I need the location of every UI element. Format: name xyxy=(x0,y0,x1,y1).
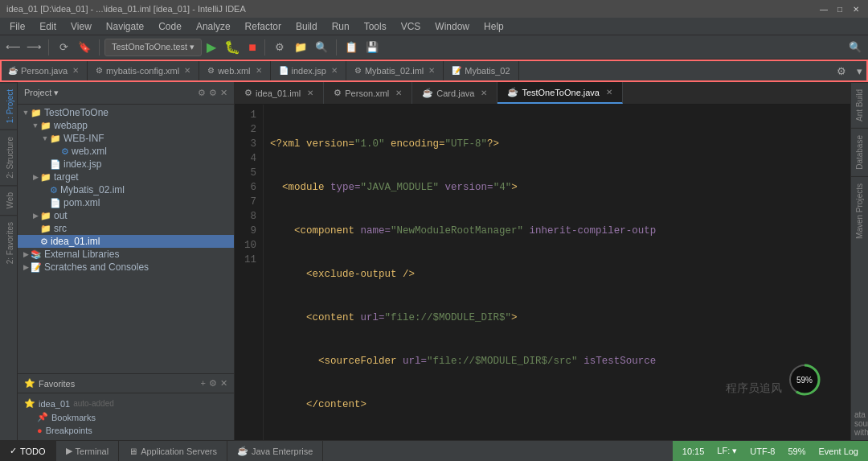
menu-view[interactable]: View xyxy=(64,19,98,34)
tree-label: idea_01.iml xyxy=(51,236,100,247)
tree-item-pom[interactable]: 📄 pom.xml xyxy=(18,196,234,209)
tree-item-src[interactable]: 📁 src xyxy=(18,222,234,235)
maven-projects-panel-btn[interactable]: Maven Projects xyxy=(851,176,868,245)
favorites-settings-icon[interactable]: ⚙ xyxy=(209,378,217,389)
menu-help[interactable]: Help xyxy=(477,19,510,34)
debug-button[interactable]: 🐛 xyxy=(221,39,244,55)
ant-build-panel-btn[interactable]: Ant Build xyxy=(851,82,868,128)
close-tab-icon[interactable]: ✕ xyxy=(72,66,79,75)
status-eventlog[interactable]: Event Log xyxy=(818,447,858,456)
status-encoding[interactable]: UTF-8 xyxy=(750,447,775,456)
run-config-selector[interactable]: TestOneToOne.test ▾ xyxy=(104,39,202,56)
forward-btn[interactable]: ⟶ xyxy=(24,38,43,57)
close-tab-icon[interactable]: ✕ xyxy=(256,66,262,75)
sidebar-gear-icon[interactable]: ⚙ xyxy=(209,88,217,98)
close-tab-icon[interactable]: ✕ xyxy=(184,66,190,75)
status-lf[interactable]: LF: ▾ xyxy=(717,446,737,456)
tree-item-mybatis-iml[interactable]: ⚙ Mybatis_02.iml xyxy=(18,183,234,196)
sidebar-settings-icon[interactable]: ⚙ xyxy=(198,88,206,98)
toolbar-btn-3[interactable]: ⚙ xyxy=(270,38,289,57)
tree-item-ext-libs[interactable]: ▶ 📚 External Libraries xyxy=(18,248,234,261)
toolbar-btn-2[interactable]: 🔖 xyxy=(75,38,94,57)
maximize-btn[interactable]: □ xyxy=(834,3,845,14)
file-tab-index-jsp[interactable]: 📄 index.jsp ✕ xyxy=(271,60,346,81)
tree-item-root[interactable]: ▼ 📁 TestOneToOne xyxy=(18,106,234,119)
favorites-hide-icon[interactable]: ✕ xyxy=(220,378,227,389)
tree-item-scratches[interactable]: ▶ 📝 Scratches and Consoles xyxy=(18,261,234,274)
terminal-tab[interactable]: ▶ Terminal xyxy=(56,441,120,461)
editor-tab-idea-iml[interactable]: ⚙ idea_01.iml ✕ xyxy=(235,82,324,104)
editor-tab-card-java[interactable]: ☕ Card.java ✕ xyxy=(412,82,497,104)
favorites-item-idea01[interactable]: ⭐ idea_01 auto-added xyxy=(18,397,234,410)
favorites-item-label: idea_01 xyxy=(39,399,70,409)
database-panel-btn[interactable]: Database xyxy=(851,128,868,176)
tree-item-index-jsp[interactable]: 📄 index.jsp xyxy=(18,158,234,171)
favorites-add-icon[interactable]: + xyxy=(201,378,206,389)
favorites-item-bookmarks[interactable]: 📌 Bookmarks xyxy=(18,410,234,424)
file-tab-person-java[interactable]: ☕ Person.java ✕ xyxy=(0,60,88,81)
tree-item-target[interactable]: ▶ 📁 target xyxy=(18,171,234,183)
file-tab-mybatis-config[interactable]: ⚙ mybatis-config.xml ✕ xyxy=(88,60,199,81)
menu-edit[interactable]: Edit xyxy=(33,19,63,34)
right-panel-spacer xyxy=(851,245,868,407)
sidebar-hide-icon[interactable]: ✕ xyxy=(220,88,227,98)
favorites-item-breakpoints[interactable]: ● Breakpoints xyxy=(18,424,234,437)
back-btn[interactable]: ⟵ xyxy=(3,38,23,57)
close-tab-btn[interactable]: ✕ xyxy=(481,88,487,97)
app-title: idea_01 [D:\idea_01] - ...\idea_01.iml [… xyxy=(6,4,246,14)
menu-build[interactable]: Build xyxy=(289,19,324,34)
menu-vcs[interactable]: VCS xyxy=(395,19,428,34)
vtab-web[interactable]: Web xyxy=(0,185,17,215)
todo-tab[interactable]: ✓ TODO xyxy=(0,441,56,461)
file-tab-label: Person.java xyxy=(21,66,68,76)
tree-item-web-inf[interactable]: ▼ 📁 WEB-INF xyxy=(18,132,234,145)
java-tab-icon: ☕ xyxy=(422,88,433,98)
app-servers-tab[interactable]: 🖥 Application Servers xyxy=(119,441,227,461)
tab-expand-btn[interactable]: ▾ xyxy=(850,60,868,82)
server-icon: 🖥 xyxy=(129,447,137,456)
java-enterprise-tab[interactable]: ☕ Java Enterprise xyxy=(227,441,323,461)
close-tab-icon[interactable]: ✕ xyxy=(428,66,435,75)
close-tab-btn[interactable]: ✕ xyxy=(307,88,313,97)
menu-window[interactable]: Window xyxy=(428,19,476,34)
menu-code[interactable]: Code xyxy=(152,19,188,34)
close-tab-btn[interactable]: ✕ xyxy=(606,88,612,97)
file-tab-mybatis-02-iml[interactable]: ⚙ Mybatis_02.iml ✕ xyxy=(346,60,444,81)
menu-tools[interactable]: Tools xyxy=(358,19,393,34)
search-everywhere-btn[interactable]: 🔍 xyxy=(845,38,865,57)
vtab-favorites[interactable]: 2: Favorites xyxy=(0,215,17,270)
tree-item-out[interactable]: ▶ 📁 out xyxy=(18,209,234,222)
menu-file[interactable]: File xyxy=(3,19,31,34)
file-tab-web-xml[interactable]: ⚙ web.xml ✕ xyxy=(199,60,270,81)
menu-refactor[interactable]: Refactor xyxy=(239,19,288,34)
menu-run[interactable]: Run xyxy=(326,19,356,34)
tree-item-web-xml[interactable]: ⚙ web.xml xyxy=(18,145,234,158)
menu-navigate[interactable]: Navigate xyxy=(100,19,150,34)
iml-icon: ⚙ xyxy=(50,185,58,196)
editor-tab-person-xml[interactable]: ⚙ Person.xml ✕ xyxy=(324,82,412,104)
file-tab-mybatis-02[interactable]: 📝 Mybatis_02 xyxy=(444,60,518,81)
vtab-structure[interactable]: 2: Structure xyxy=(0,130,17,185)
editor-tab-test-java[interactable]: ☕ TestOneToOne.java ✕ xyxy=(497,82,623,104)
close-btn[interactable]: ✕ xyxy=(850,3,862,14)
toolbar-btn-7[interactable]: 💾 xyxy=(362,38,382,57)
toolbar-btn-6[interactable]: 📋 xyxy=(342,38,361,57)
close-tab-btn[interactable]: ✕ xyxy=(395,88,402,97)
minimize-btn[interactable]: — xyxy=(818,3,829,14)
stop-button[interactable]: ■ xyxy=(245,40,260,55)
vtab-project[interactable]: 1: Project xyxy=(0,82,17,130)
xml-icon: ⚙ xyxy=(61,146,69,157)
run-button[interactable]: ▶ xyxy=(203,39,219,55)
tree-arrow: ▼ xyxy=(31,121,40,130)
favorites-header[interactable]: ⭐ Favorites + ⚙ ✕ xyxy=(18,374,234,393)
menu-analyze[interactable]: Analyze xyxy=(190,19,237,34)
toolbar-btn-1[interactable]: ⟳ xyxy=(54,38,73,57)
title-bar: idea_01 [D:\idea_01] - ...\idea_01.iml [… xyxy=(0,0,868,18)
toolbar-btn-4[interactable]: 📁 xyxy=(291,38,310,57)
tab-settings-btn[interactable]: ⚙ xyxy=(833,60,850,82)
toolbar-btn-5[interactable]: 🔍 xyxy=(312,38,331,57)
close-tab-icon[interactable]: ✕ xyxy=(331,66,338,75)
datasource-hint[interactable]: ata source with xyxy=(851,407,868,440)
tree-item-idea-iml[interactable]: ⚙ idea_01.iml xyxy=(18,235,234,248)
tree-item-webapp[interactable]: ▼ 📁 webapp xyxy=(18,119,234,132)
